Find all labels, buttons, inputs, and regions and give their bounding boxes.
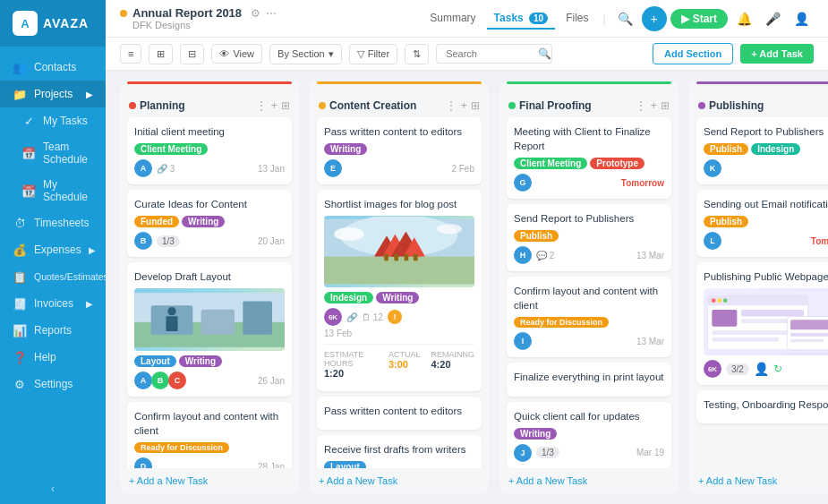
- sidebar-item-my-tasks[interactable]: ✓ My Tasks: [0, 107, 106, 134]
- filter-label: Filter: [368, 48, 389, 59]
- card-develop-layout[interactable]: Develop Draft Layout: [127, 262, 292, 397]
- card-receive-drafts[interactable]: Receive first drafts from writers Layout…: [317, 435, 482, 468]
- card-testing-onboarding[interactable]: Testing, Onboarding Responses: [696, 390, 828, 423]
- search-btn[interactable]: 🔍: [613, 6, 638, 31]
- add-section-btn[interactable]: Add Section: [653, 43, 733, 64]
- planning-add-task-link[interactable]: + Add a New Task: [120, 468, 299, 493]
- sidebar-item-invoices[interactable]: 🧾 Invoices ▶: [0, 290, 106, 317]
- remaining-label: REMAINNG: [431, 350, 474, 359]
- planning-title: Planning: [140, 99, 252, 112]
- card-confirm-layout[interactable]: Confirm layout and content with client R…: [127, 402, 292, 468]
- card-pass-content-editors[interactable]: Pass written content to editors Writing …: [317, 117, 482, 184]
- content-add-task-link[interactable]: + Add a New Task: [310, 468, 489, 493]
- card-initial-meeting[interactable]: Initial client meeting Client Meeting A …: [127, 117, 292, 184]
- sidebar-label-contacts: Contacts: [34, 61, 76, 73]
- sidebar-label-my-schedule: My Schedule: [43, 178, 93, 203]
- svg-rect-15: [394, 254, 398, 261]
- tag-client-meeting: Client Meeting: [514, 158, 587, 169]
- tab-files[interactable]: Files: [559, 8, 595, 30]
- tag-publish: Publish: [704, 143, 748, 155]
- card-title: Confirm layout and content with client: [514, 284, 664, 312]
- view-select[interactable]: 👁 View: [211, 44, 262, 64]
- sidebar-item-settings[interactable]: ⚙ Settings: [0, 371, 106, 397]
- card-publishing-webpages[interactable]: Publishing Public Webpages: [696, 262, 828, 385]
- sidebar-item-reports[interactable]: 📊 Reports: [0, 317, 106, 344]
- sidebar-item-quotes[interactable]: 📋 Quotes/Estimates: [0, 263, 106, 290]
- content-dot: [319, 102, 326, 109]
- card-meeting-finalize[interactable]: Meeting with Client to Finalize Report C…: [507, 117, 671, 199]
- tag-indesign: Indesign: [324, 292, 373, 303]
- planning-cards: Initial client meeting Client Meeting A …: [120, 117, 299, 468]
- sidebar-item-timesheets[interactable]: ⏱ Timesheets: [0, 209, 106, 236]
- card-pass-content-editors2[interactable]: Pass written content to editors: [317, 397, 482, 430]
- tab-summary[interactable]: Summary: [423, 8, 482, 30]
- add-member-btn[interactable]: +: [642, 6, 667, 31]
- tag-writing: Writing: [179, 355, 222, 367]
- avatar2: B: [151, 372, 169, 389]
- tab-tasks[interactable]: Tasks 10: [487, 8, 556, 30]
- remaining-block: REMAINNG 4:20: [431, 350, 474, 379]
- sidebar-collapse-btn[interactable]: ‹: [0, 474, 106, 504]
- orange-badge: !: [388, 310, 402, 324]
- card-footer: A B C 26 Jan: [134, 372, 285, 389]
- filter-btn[interactable]: ▽ Filter: [349, 44, 397, 64]
- publishing-add-task-link[interactable]: + Add a New Task: [689, 468, 828, 493]
- expenses-icon: 💰: [13, 243, 27, 257]
- card-send-report-publishers[interactable]: Send Report to Publishers Publish H 💬 2 …: [507, 204, 671, 271]
- card-footer: E 2 Feb: [324, 159, 474, 177]
- content-add-icon[interactable]: +: [460, 98, 467, 112]
- svg-point-5: [167, 307, 175, 315]
- kanban-view-btn[interactable]: ⊟: [180, 44, 204, 64]
- sidebar-item-contacts[interactable]: 👥 Contacts: [0, 54, 106, 81]
- user-avatar-btn[interactable]: 👤: [789, 6, 814, 31]
- tag-publish: Publish: [514, 230, 559, 242]
- main-content: Annual Report 2018 ⚙ ⋯ DFK Designs Summa…: [106, 0, 828, 504]
- settings-icon: ⚙: [13, 377, 27, 391]
- card-quick-client-call[interactable]: Quick client call for updates Writing J …: [507, 402, 671, 468]
- proofing-indicator: [507, 81, 671, 84]
- card-send-report-publishers2[interactable]: Send Report to Publishers Publish Indesi…: [696, 117, 828, 184]
- sidebar-item-projects[interactable]: 📁 Projects ▶: [0, 81, 106, 107]
- card-shortlist-images[interactable]: Shortlist images for blog post: [317, 190, 482, 391]
- more-options-icon[interactable]: ⋯: [266, 7, 277, 20]
- proofing-more-icon[interactable]: ⋮: [636, 99, 646, 112]
- timer-icon-btn[interactable]: 🔔: [731, 6, 756, 31]
- sidebar-label-reports: Reports: [34, 324, 72, 337]
- proofing-dot: [508, 102, 516, 109]
- content-more-icon[interactable]: ⋮: [446, 99, 457, 112]
- proofing-add-task-link[interactable]: + Add a New Task: [499, 468, 679, 493]
- start-timer-btn[interactable]: ▶ Start: [670, 9, 728, 29]
- proofing-add-icon[interactable]: +: [650, 98, 657, 112]
- content-options-icon[interactable]: ⊞: [471, 99, 480, 112]
- card-tags: Publish Indesign: [704, 143, 828, 155]
- card-footer: A 🔗 3 13 Jan: [134, 159, 285, 177]
- refresh-icon: ↻: [773, 363, 782, 375]
- card-confirm-layout-client[interactable]: Confirm layout and content with client R…: [507, 277, 671, 357]
- planning-add-icon[interactable]: +: [270, 98, 277, 112]
- sidebar-item-my-schedule[interactable]: 📆 My Schedule: [0, 172, 106, 209]
- add-task-btn[interactable]: + Add Task: [740, 44, 814, 64]
- search-input[interactable]: [436, 44, 552, 64]
- card-curate-ideas[interactable]: Curate Ideas for Content Funded Writing …: [127, 190, 292, 257]
- card-finalize-print[interactable]: Finalize everything in print layout: [507, 363, 671, 396]
- svg-rect-27: [741, 310, 804, 316]
- proofing-options-icon[interactable]: ⊞: [661, 99, 670, 112]
- card-title: Shortlist images for blog post: [324, 197, 474, 211]
- by-section-select[interactable]: By Section ▾: [269, 44, 342, 64]
- grid-view-btn[interactable]: ⊞: [149, 44, 173, 64]
- settings-gear-icon[interactable]: ⚙: [251, 7, 260, 20]
- sort-btn[interactable]: ⇅: [405, 44, 429, 64]
- card-email-notifications[interactable]: Sending out Email notifications Publish …: [696, 190, 828, 257]
- card-tags: Indesign Writing: [324, 292, 474, 303]
- notifications-btn[interactable]: 🎤: [760, 6, 785, 31]
- invoices-arrow-icon: ▶: [86, 299, 93, 309]
- planning-more-icon[interactable]: ⋮: [256, 99, 267, 112]
- planning-options-icon[interactable]: ⊞: [281, 99, 290, 112]
- list-view-btn[interactable]: ≡: [120, 44, 141, 64]
- sidebar-item-team-schedule[interactable]: 📅 Team Schedule: [0, 134, 106, 172]
- sidebar-item-help[interactable]: ❓ Help: [0, 344, 106, 371]
- column-final-proofing: Final Proofing ⋮ + ⊞ Meeting with Client…: [499, 81, 679, 493]
- card-tags: Client Meeting: [134, 143, 285, 155]
- sidebar-item-expenses[interactable]: 💰 Expenses ▶: [0, 236, 106, 263]
- app-logo[interactable]: A AVAZA: [0, 0, 106, 47]
